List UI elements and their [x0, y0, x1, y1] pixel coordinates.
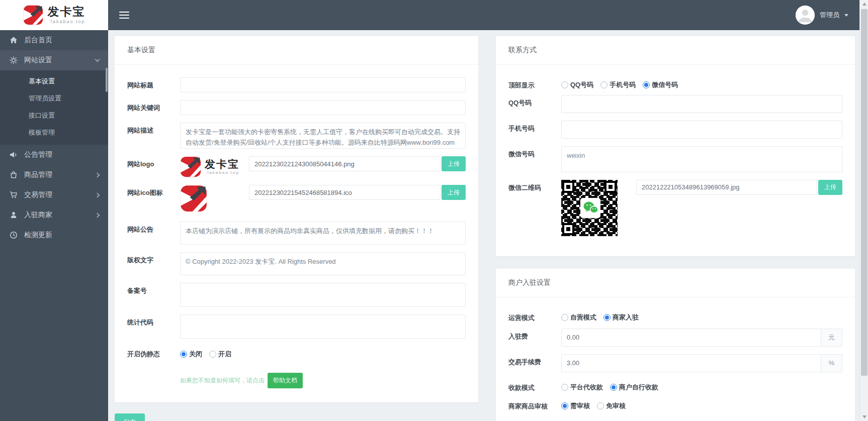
qr-finder: [562, 181, 574, 193]
top-display-option-qq[interactable]: QQ号码: [561, 80, 593, 89]
radio-icon[interactable]: [561, 81, 568, 88]
stats-label: 统计代码: [127, 314, 180, 339]
contact-card: 联系方式 顶部显示 QQ号码 手机号码: [496, 36, 855, 256]
radio-icon[interactable]: [600, 81, 607, 88]
merchant-settings-card: 商户入驻设置 运营模式 自营模式 商家入驻: [496, 269, 855, 421]
qq-number-input[interactable]: [561, 95, 842, 113]
keywords-input[interactable]: [180, 100, 466, 115]
icp-textarea[interactable]: [180, 283, 466, 307]
sidebar-logo[interactable]: 发卡宝 fakabao.top: [0, 0, 108, 30]
collect-option-platform[interactable]: 平台代收款: [561, 383, 603, 392]
rewrite-label: 开启伪静态: [127, 346, 180, 359]
wechat-id-textarea[interactable]: weixin: [561, 146, 842, 172]
scrollbar-thumb[interactable]: [861, 9, 867, 376]
sidebar: 后台首页 网站设置 基本设置 管理员设置 接口设置 模板管理 公告管理 商品管理…: [0, 30, 108, 421]
sidebar-item-transactions[interactable]: 交易管理: [0, 185, 108, 205]
collect-option-merchant-self[interactable]: 商户自行收款: [610, 383, 658, 392]
help-text: 如果您不知道如何填写，请点击: [180, 376, 265, 385]
sidebar-item-label: 交易管理: [24, 190, 52, 199]
contact-title: 联系方式: [496, 36, 855, 65]
home-icon: [9, 36, 18, 45]
gear-icon: [9, 56, 18, 65]
topbar: 管理员: [108, 0, 859, 30]
sidebar-toggle-icon[interactable]: [119, 10, 129, 21]
save-button[interactable]: 保存: [115, 413, 145, 421]
sidebar-item-label: 入驻商家: [24, 211, 52, 220]
description-textarea[interactable]: 发卡宝是一套功能强大的卡密寄售系统，无需人工值守，客户在线购买即可自动完成交易。…: [180, 123, 466, 149]
wechat-qr-label: 微信二维码: [508, 180, 561, 236]
qq-label: QQ号码: [508, 95, 561, 113]
sidebar-item-label: 商品管理: [24, 170, 52, 179]
brand-logo-icon: [23, 5, 43, 25]
radio-icon[interactable]: [597, 402, 604, 409]
scroll-down-icon[interactable]: [860, 413, 868, 421]
mode-option-self[interactable]: 自营模式: [561, 313, 596, 322]
radio-icon[interactable]: [561, 314, 568, 321]
merchant-settings-title: 商户入驻设置: [496, 269, 855, 297]
ico-filename-input[interactable]: [249, 185, 441, 200]
radio-selected-icon[interactable]: [180, 351, 187, 358]
qr-filename-input[interactable]: [636, 180, 817, 195]
logo-filename-input[interactable]: [249, 156, 441, 171]
ico-upload-button[interactable]: 上传: [442, 185, 466, 200]
notice-textarea[interactable]: 本店铺为演示店铺，所有展示的商品均非真实商品，仅供填充数据用，请勿购买！！！: [180, 222, 466, 245]
sidebar-item-dashboard[interactable]: 后台首页: [0, 30, 108, 50]
sidebar-item-site-settings[interactable]: 网站设置: [0, 50, 108, 70]
mode-label: 运营模式: [508, 310, 561, 323]
audit-option-required[interactable]: 需审核: [561, 401, 590, 410]
radio-selected-icon[interactable]: [561, 402, 568, 409]
chevron-down-icon: [844, 14, 848, 17]
person-icon: [9, 211, 18, 220]
radio-icon[interactable]: [561, 384, 568, 391]
sidebar-subitem-basic-settings[interactable]: 基本设置: [0, 73, 108, 90]
sidebar-item-label: 检测更新: [24, 231, 52, 240]
rewrite-option-off[interactable]: 关闭: [180, 350, 202, 359]
page-scrollbar[interactable]: [859, 0, 868, 421]
sidebar-subitem-admin-settings[interactable]: 管理员设置: [0, 90, 108, 107]
copyright-textarea[interactable]: © Copyright 2022-2023 发卡宝. All Rights Re…: [180, 252, 466, 275]
favicon-preview-image: [180, 185, 207, 212]
radio-selected-icon[interactable]: [643, 81, 650, 88]
top-display-option-phone[interactable]: 手机号码: [600, 80, 636, 89]
description-label: 网站描述: [127, 123, 180, 149]
commission-rate-input[interactable]: [561, 354, 821, 372]
qr-upload-button[interactable]: 上传: [818, 180, 842, 195]
entry-fee-input[interactable]: [561, 329, 821, 347]
collect-mode-label: 收款模式: [508, 380, 561, 392]
radio-selected-icon[interactable]: [603, 314, 611, 321]
help-doc-button[interactable]: 帮助文档: [268, 373, 303, 388]
sidebar-item-products[interactable]: 商品管理: [0, 165, 108, 185]
phone-number-input[interactable]: [561, 121, 842, 139]
ico-label: 网站ico图标: [127, 185, 180, 214]
audit-label: 商家商品审核: [508, 398, 561, 411]
user-menu[interactable]: 管理员: [796, 6, 848, 25]
site-title-input[interactable]: [180, 77, 466, 92]
logo-upload-button[interactable]: 上传: [442, 156, 466, 171]
sidebar-item-merchants[interactable]: 入驻商家: [0, 205, 108, 225]
brand-name: 发卡宝: [48, 6, 85, 18]
sidebar-item-check-update[interactable]: 检测更新: [0, 225, 108, 245]
chevron-right-icon: [95, 213, 100, 218]
phone-label: 手机号码: [508, 121, 561, 139]
rate-unit-suffix: %: [821, 354, 842, 372]
sidebar-scrollbar[interactable]: [106, 68, 108, 92]
radio-icon[interactable]: [209, 351, 216, 358]
top-display-label: 顶部显示: [508, 77, 561, 90]
copyright-label: 版权文字: [127, 252, 180, 275]
mode-option-merchant[interactable]: 商家入驻: [603, 313, 639, 322]
chevron-down-icon: [95, 57, 100, 62]
megaphone-icon: [9, 151, 18, 159]
chevron-right-icon: [95, 172, 100, 177]
sidebar-item-announcements[interactable]: 公告管理: [0, 145, 108, 165]
rewrite-option-on[interactable]: 开启: [209, 350, 231, 359]
stats-code-textarea[interactable]: [180, 314, 466, 339]
audit-option-exempt[interactable]: 免审核: [597, 401, 626, 410]
sidebar-subitem-template-manage[interactable]: 模板管理: [0, 124, 108, 141]
top-display-option-wechat[interactable]: 微信号码: [643, 80, 678, 89]
main-content: 基本设置 网站标题 网站关键词 网站描述 发卡宝是一套功能强大的卡密寄售系统，无…: [108, 30, 859, 421]
commission-label: 交易手续费: [508, 354, 561, 372]
brand-logo-icon: [180, 156, 201, 177]
radio-selected-icon[interactable]: [610, 384, 617, 391]
sidebar-subitem-api-settings[interactable]: 接口设置: [0, 107, 108, 124]
scroll-up-icon[interactable]: [860, 0, 868, 8]
